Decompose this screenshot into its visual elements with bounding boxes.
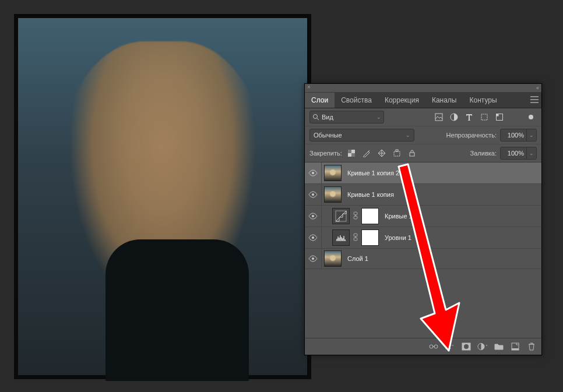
- curves-icon: [335, 210, 347, 222]
- mask-thumbnail[interactable]: [361, 208, 379, 224]
- layer-item[interactable]: Слой 1: [305, 249, 541, 269]
- filter-pixel-icon[interactable]: [433, 111, 445, 123]
- tab-layers[interactable]: Слои: [305, 93, 335, 108]
- filter-kind-select[interactable]: Вид ⌄: [309, 111, 384, 123]
- blend-mode-select[interactable]: Обычные ⌄: [309, 129, 414, 142]
- layer-name[interactable]: Кривые 1 копия 2: [347, 169, 399, 176]
- lock-pixels-icon[interactable]: [361, 147, 372, 159]
- chevron-down-icon[interactable]: ⌄: [526, 129, 536, 141]
- delete-layer-button[interactable]: [526, 341, 537, 352]
- new-layer-button[interactable]: [510, 341, 520, 352]
- layer-thumbnail[interactable]: [324, 250, 342, 267]
- layers-panel: × « Слои Свойства Коррекция Каналы Конту…: [304, 83, 542, 355]
- lock-transparent-icon[interactable]: [346, 147, 357, 159]
- layer-style-button[interactable]: fx˅: [445, 341, 455, 352]
- add-mask-button[interactable]: [461, 341, 471, 352]
- mask-thumbnail[interactable]: [361, 229, 379, 246]
- tab-paths[interactable]: Контуры: [463, 93, 504, 108]
- close-icon[interactable]: ×: [307, 84, 313, 90]
- opacity-input[interactable]: 100% ⌄: [500, 129, 537, 142]
- new-group-button[interactable]: [494, 341, 504, 352]
- layers-list: Кривые 1 копия 2 Кривые 1 копия Кривые 1: [305, 163, 541, 338]
- panel-footer: fx˅ ˅: [305, 338, 541, 355]
- visibility-toggle[interactable]: [305, 163, 322, 183]
- tab-properties[interactable]: Свойства: [335, 93, 378, 108]
- visibility-toggle[interactable]: [305, 184, 322, 205]
- layer-name[interactable]: Слой 1: [347, 255, 368, 262]
- svg-rect-7: [348, 150, 351, 153]
- visibility-toggle[interactable]: [305, 249, 322, 269]
- filter-shape-icon[interactable]: [478, 111, 490, 123]
- fill-input[interactable]: 100% ⌄: [500, 147, 537, 160]
- svg-point-21: [312, 236, 314, 239]
- visibility-toggle[interactable]: [305, 227, 322, 248]
- svg-rect-13: [410, 153, 414, 156]
- layer-item[interactable]: Уровни 1: [305, 227, 541, 249]
- layer-thumbnail[interactable]: [324, 165, 342, 181]
- svg-point-15: [312, 193, 314, 196]
- adjustment-thumbnail[interactable]: [332, 229, 350, 246]
- chevron-down-icon: ⌄: [376, 114, 381, 120]
- chevron-down-icon: ⌄: [406, 132, 410, 138]
- chevron-down-icon[interactable]: ⌄: [526, 147, 536, 159]
- filter-row: Вид ⌄: [305, 108, 541, 126]
- opacity-label: Непрозрачность:: [446, 132, 497, 139]
- svg-point-0: [314, 115, 318, 119]
- svg-rect-11: [394, 151, 400, 156]
- lock-label: Закрепить:: [309, 150, 342, 157]
- eye-icon: [308, 191, 318, 198]
- layer-name[interactable]: Кривые 1: [385, 213, 413, 220]
- lock-position-icon[interactable]: [376, 147, 388, 159]
- new-adjustment-button[interactable]: ˅: [477, 341, 488, 352]
- svg-point-14: [312, 172, 314, 174]
- adjustment-thumbnail[interactable]: [332, 208, 350, 224]
- svg-rect-10: [348, 153, 351, 157]
- fill-label: Заливка:: [470, 150, 497, 157]
- filter-adjust-icon[interactable]: [448, 111, 460, 123]
- filter-kind-label: Вид: [322, 114, 374, 121]
- svg-line-1: [317, 118, 319, 120]
- svg-rect-12: [396, 150, 398, 151]
- tab-correction[interactable]: Коррекция: [378, 93, 425, 108]
- panel-menu-icon[interactable]: [527, 96, 541, 104]
- layer-item[interactable]: Кривые 1 копия 2: [305, 163, 541, 184]
- link-icon[interactable]: [352, 211, 359, 221]
- link-icon[interactable]: [352, 233, 359, 242]
- svg-rect-4: [481, 114, 487, 120]
- svg-point-25: [312, 257, 314, 260]
- svg-point-30: [464, 344, 469, 349]
- filter-type-icon[interactable]: [463, 111, 475, 123]
- svg-rect-9: [351, 150, 355, 153]
- svg-rect-8: [351, 153, 355, 157]
- layer-item[interactable]: Кривые 1 копия: [305, 184, 541, 206]
- panel-tabs: Слои Свойства Коррекция Каналы Контуры: [305, 93, 541, 108]
- opacity-value: 100%: [501, 132, 526, 139]
- link-layers-button[interactable]: [428, 341, 439, 352]
- search-icon: [312, 114, 319, 121]
- filter-toggle-switch[interactable]: [525, 111, 537, 123]
- svg-rect-6: [497, 114, 499, 116]
- canvas-area[interactable]: [14, 14, 311, 379]
- eye-icon: [308, 234, 318, 241]
- eye-icon: [308, 213, 318, 220]
- filter-smart-icon[interactable]: [494, 111, 505, 123]
- layer-name[interactable]: Уровни 1: [385, 234, 411, 241]
- tab-channels[interactable]: Каналы: [425, 93, 463, 108]
- collapse-icon[interactable]: «: [536, 85, 539, 91]
- layer-thumbnail[interactable]: [324, 186, 342, 203]
- visibility-toggle[interactable]: [305, 206, 322, 227]
- svg-rect-2: [435, 114, 442, 121]
- levels-icon: [335, 232, 347, 243]
- layer-name[interactable]: Кривые 1 копия: [347, 191, 394, 198]
- canvas-image: [18, 18, 307, 375]
- lock-all-icon[interactable]: [406, 147, 418, 159]
- blend-mode-value: Обычные: [314, 132, 342, 139]
- lock-artboard-icon[interactable]: [391, 147, 403, 159]
- lock-row: Закрепить: Заливка: 100% ⌄: [305, 144, 541, 163]
- blend-row: Обычные ⌄ Непрозрачность: 100% ⌄: [305, 126, 541, 144]
- layer-item[interactable]: Кривые 1: [305, 206, 541, 227]
- eye-icon: [308, 255, 318, 262]
- fill-value: 100%: [501, 150, 526, 157]
- eye-icon: [308, 169, 318, 176]
- svg-rect-33: [512, 348, 519, 350]
